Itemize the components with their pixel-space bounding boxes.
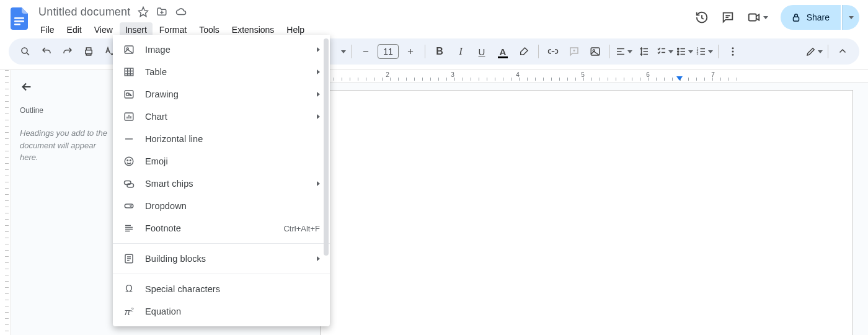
app-header: Untitled document File Edit View Insert …: [0, 0, 868, 36]
chips-icon: [123, 178, 135, 189]
title-area: Untitled document File Edit View Insert …: [35, 4, 695, 38]
submenu-arrow-icon: [317, 47, 320, 52]
line-spacing-icon[interactable]: [635, 42, 653, 61]
insert-chips[interactable]: Smart chips: [113, 172, 330, 195]
svg-text:3: 3: [697, 52, 699, 56]
insert-image-icon[interactable]: [586, 42, 604, 61]
blocks-icon: [123, 253, 135, 264]
insert-footnote[interactable]: FootnoteCtrl+Alt+F: [113, 217, 330, 239]
pi-icon: π2: [123, 306, 135, 317]
chevron-down-icon: [763, 16, 768, 19]
menu-file[interactable]: File: [35, 22, 60, 37]
menu-item-label: Dropdown: [145, 201, 320, 211]
share-button[interactable]: Share: [781, 5, 841, 30]
print-icon[interactable]: [79, 42, 98, 61]
editing-mode-dropdown[interactable]: [805, 46, 823, 57]
star-icon[interactable]: [138, 6, 149, 17]
insert-menu-dropdown: ImageTableDrawingChartHorizontal lineEmo…: [113, 35, 330, 326]
insert-chart[interactable]: Chart: [113, 105, 330, 128]
insert-hr[interactable]: Horizontal line: [113, 128, 330, 150]
submenu-arrow-icon: [317, 69, 320, 74]
more-icon[interactable]: [724, 42, 742, 61]
meet-icon[interactable]: [747, 11, 768, 24]
svg-point-26: [130, 160, 131, 161]
insert-drawing[interactable]: Drawing: [113, 83, 330, 105]
document-page[interactable]: [320, 90, 853, 335]
redo-icon[interactable]: [58, 42, 77, 61]
history-icon[interactable]: [695, 11, 709, 24]
menu-item-label: Chart: [145, 112, 307, 122]
insert-omega[interactable]: ΩSpecial characters: [113, 278, 330, 300]
search-icon[interactable]: [16, 42, 35, 61]
outline-panel: Outline Headings you add to the document…: [11, 70, 122, 335]
decrease-font-icon[interactable]: [356, 42, 375, 61]
checklist-dropdown[interactable]: [656, 46, 673, 57]
svg-point-15: [732, 47, 734, 49]
docs-logo-icon[interactable]: [9, 5, 30, 32]
menu-item-label: Drawing: [145, 89, 307, 99]
menu-item-label: Equation: [145, 306, 320, 316]
insert-image[interactable]: Image: [113, 38, 330, 61]
cloud-status-icon[interactable]: [175, 6, 187, 17]
add-comment-icon[interactable]: [565, 42, 583, 61]
indent-marker-icon[interactable]: [676, 76, 683, 81]
ruler-tick: 3: [451, 71, 454, 78]
svg-rect-6: [86, 50, 92, 54]
svg-rect-20: [125, 68, 133, 76]
text-color-button[interactable]: A: [494, 42, 512, 61]
share-dropdown[interactable]: [842, 5, 859, 30]
svg-rect-2: [14, 24, 20, 25]
svg-point-11: [678, 53, 679, 55]
collapse-toolbar-icon[interactable]: [833, 42, 852, 61]
vertical-ruler[interactable]: [0, 70, 11, 335]
ruler-tick: 2: [386, 71, 389, 78]
svg-point-24: [125, 157, 133, 166]
chevron-down-icon[interactable]: [341, 50, 346, 53]
submenu-arrow-icon: [317, 181, 320, 186]
dropdown-scrollbar[interactable]: [324, 38, 329, 256]
bold-button[interactable]: B: [430, 42, 449, 61]
outline-empty-hint: Headings you add to the document will ap…: [20, 127, 113, 164]
svg-rect-4: [793, 17, 799, 21]
menu-item-label: Footnote: [145, 223, 273, 233]
italic-button[interactable]: I: [451, 42, 470, 61]
insert-pi[interactable]: π2Equation: [113, 300, 330, 323]
svg-point-17: [732, 54, 734, 56]
image-icon: [123, 44, 135, 55]
svg-rect-0: [14, 17, 24, 19]
document-title[interactable]: Untitled document: [38, 6, 130, 19]
menu-item-label: Table: [145, 67, 307, 77]
drawing-icon: [123, 89, 135, 100]
svg-point-16: [732, 51, 734, 53]
menu-edit[interactable]: Edit: [61, 22, 87, 37]
svg-point-9: [678, 48, 679, 49]
numbered-list-dropdown[interactable]: 123: [696, 46, 713, 57]
outline-title: Outline: [20, 106, 113, 115]
lock-icon: [790, 12, 802, 23]
font-size-input[interactable]: 11: [378, 44, 399, 59]
increase-font-icon[interactable]: [401, 42, 420, 61]
align-dropdown[interactable]: [615, 46, 632, 57]
insert-blocks[interactable]: Building blocks: [113, 248, 330, 270]
insert-dropdown[interactable]: Dropdown: [113, 195, 330, 217]
underline-button[interactable]: U: [472, 42, 491, 61]
svg-point-25: [127, 160, 128, 161]
move-icon[interactable]: [156, 6, 167, 17]
menu-separator: [113, 243, 330, 244]
bullet-list-dropdown[interactable]: [676, 46, 693, 57]
comments-icon[interactable]: [721, 11, 735, 24]
insert-emoji[interactable]: Emoji: [113, 150, 330, 172]
close-outline-icon[interactable]: [20, 80, 113, 94]
hr-icon: [123, 133, 135, 145]
svg-rect-3: [748, 14, 756, 21]
chart-icon: [123, 111, 135, 122]
submenu-arrow-icon: [317, 92, 320, 97]
undo-icon[interactable]: [37, 42, 56, 61]
menu-separator: [113, 274, 330, 274]
menu-item-label: Image: [145, 45, 307, 55]
dropdown-icon: [123, 200, 135, 212]
highlight-button[interactable]: [515, 42, 533, 61]
insert-link-icon[interactable]: [544, 42, 562, 61]
table-icon: [123, 66, 135, 78]
insert-table[interactable]: Table: [113, 61, 330, 83]
